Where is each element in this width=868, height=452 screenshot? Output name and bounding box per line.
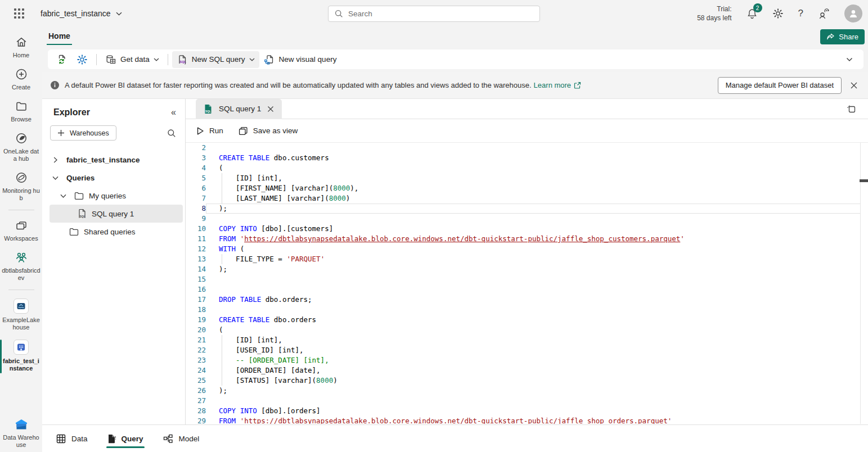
code-line[interactable]: 15: [186, 274, 868, 284]
ribbon-tab-home[interactable]: Home: [47, 30, 72, 45]
code-line[interactable]: 25 [STATUS] [varchar](8000): [186, 376, 868, 386]
toolbar-expand-button[interactable]: [846, 57, 853, 62]
get-data-button[interactable]: Get data: [101, 51, 164, 68]
learn-more-link[interactable]: Learn more: [534, 81, 581, 89]
nav-rail: Home Create Browse OneLake data hub Moni…: [0, 27, 42, 452]
add-warehouses-button[interactable]: Warehouses: [50, 125, 116, 141]
folder-icon: [74, 192, 84, 200]
nav-item-monitoring-hub[interactable]: Monitoring hub: [0, 171, 42, 202]
code-line[interactable]: 20(: [186, 325, 868, 335]
copy-button[interactable]: [846, 104, 856, 114]
code-line[interactable]: 2: [186, 143, 868, 153]
code-line[interactable]: 21 [ID] [int],: [186, 335, 868, 345]
nav-item-browse[interactable]: Browse: [0, 100, 42, 123]
code-line[interactable]: 10COPY INTO [dbo].[customers]: [186, 224, 868, 234]
code-text: );: [206, 204, 861, 214]
code-line[interactable]: 11FROM 'https://dbtlabsynapsedatalake.bl…: [186, 234, 868, 244]
tab-data[interactable]: Data: [56, 425, 88, 452]
tree-item-queries[interactable]: Queries: [42, 169, 185, 187]
close-icon: [267, 106, 274, 112]
avatar[interactable]: [844, 4, 862, 22]
line-number: 4: [186, 163, 206, 173]
nav-item-fabric-test-instance[interactable]: fabric_test_instance: [0, 340, 42, 372]
code-line[interactable]: 26);: [186, 386, 868, 396]
sql-editor[interactable]: 23CREATE TABLE dbo.customers4(5 [ID] [in…: [186, 143, 868, 424]
save-as-view-button[interactable]: Save as view: [239, 126, 298, 135]
code-line[interactable]: 3CREATE TABLE dbo.customers: [186, 153, 868, 163]
code-line[interactable]: 4(: [186, 163, 868, 173]
new-visual-query-button[interactable]: New visual query: [259, 51, 341, 68]
team-icon: [14, 251, 29, 264]
line-number: 27: [186, 396, 206, 406]
code-text: [STATUS] [varchar](8000): [206, 376, 861, 386]
new-sql-query-button[interactable]: SQL New SQL query: [172, 51, 259, 68]
tree-item-warehouse[interactable]: fabric_test_instance: [42, 151, 185, 169]
code-line[interactable]: 8);: [186, 204, 868, 214]
nav-item-dbtlabsfabricdev[interactable]: dbtlabsfabricdev: [0, 251, 42, 282]
line-number: 28: [186, 406, 206, 416]
search-icon: [167, 129, 176, 138]
search-input[interactable]: Search: [328, 6, 540, 22]
code-line[interactable]: 17DROP TABLE dbo.orders;: [186, 295, 868, 305]
code-line[interactable]: 18: [186, 305, 868, 315]
nav-item-workspaces[interactable]: Workspaces: [0, 219, 42, 242]
code-line[interactable]: 28COPY INTO [dbo].[orders]: [186, 406, 868, 416]
code-text: [206, 274, 861, 284]
code-line[interactable]: 12WITH (: [186, 244, 868, 254]
code-line[interactable]: 6 [FIRST_NAME] [varchar](8000),: [186, 183, 868, 193]
line-number: 14: [186, 264, 206, 274]
code-text: [206, 214, 861, 224]
editor-overview-ruler: [860, 143, 861, 424]
nav-item-data-warehouse[interactable]: Data Warehouse: [0, 418, 42, 449]
code-line[interactable]: 14);: [186, 264, 868, 274]
code-text: -- [ORDER_DATE] [int],: [206, 355, 861, 365]
banner-close-button[interactable]: [850, 82, 858, 89]
tree-item-shared-queries[interactable]: Shared queries: [42, 223, 185, 241]
code-line[interactable]: 23 -- [ORDER_DATE] [int],: [186, 355, 868, 365]
code-line[interactable]: 13 FILE_TYPE = 'PARQUET': [186, 254, 868, 264]
feedback-button[interactable]: [818, 8, 830, 19]
code-line[interactable]: 9: [186, 214, 868, 224]
line-number: 16: [186, 284, 206, 295]
code-line[interactable]: 27: [186, 396, 868, 406]
nav-item-create[interactable]: Create: [0, 67, 42, 91]
run-button[interactable]: Run: [196, 126, 223, 135]
code-line[interactable]: 7 [LAST_NAME] [varchar](8000): [186, 193, 868, 204]
help-button[interactable]: ?: [798, 8, 803, 19]
line-number: 9: [186, 214, 206, 224]
code-line[interactable]: 24 [ORDER_DATE] [date],: [186, 365, 868, 376]
code-line[interactable]: 16: [186, 284, 868, 295]
nav-item-home[interactable]: Home: [0, 35, 42, 59]
feedback-icon: [818, 8, 830, 19]
nav-item-examplelakehouse[interactable]: ExampleLakehouse: [0, 299, 42, 331]
line-number: 23: [186, 355, 206, 365]
tree-item-my-queries[interactable]: My queries: [42, 187, 185, 205]
explorer-header: Explorer «: [42, 99, 185, 123]
settings-button[interactable]: [772, 8, 784, 19]
document-refresh-icon: [56, 54, 68, 65]
query-settings-button[interactable]: [72, 51, 92, 68]
manage-dataset-button[interactable]: Manage default Power BI dataset: [718, 77, 842, 94]
line-number: 17: [186, 295, 206, 305]
tab-sql-query-1[interactable]: SQL SQL query 1: [196, 99, 282, 119]
tab-query[interactable]: Query: [107, 425, 143, 452]
share-icon: [826, 33, 835, 41]
code-line[interactable]: 22 [USER_ID] [int],: [186, 345, 868, 355]
code-line[interactable]: 29FROM 'https://dbtlabsynapsedatalake.bl…: [186, 416, 868, 424]
explorer-search-button[interactable]: [167, 129, 176, 138]
app-launcher-icon[interactable]: [14, 8, 24, 19]
tree-item-sql-query-1-selected[interactable]: SQL SQL query 1: [50, 205, 183, 223]
share-button[interactable]: Share: [820, 29, 865, 44]
code-line[interactable]: 5 [ID] [int],: [186, 173, 868, 183]
workspace-selector[interactable]: fabric_test_instance: [41, 9, 122, 18]
tab-close-button[interactable]: [267, 106, 274, 112]
tab-model[interactable]: Model: [163, 425, 200, 452]
lakehouse-badge: [14, 299, 29, 314]
line-number: 2: [186, 143, 206, 153]
refresh-button[interactable]: [52, 51, 72, 68]
code-line[interactable]: 19CREATE TABLE dbo.orders: [186, 315, 868, 325]
collapse-panel-button[interactable]: «: [171, 107, 176, 117]
notifications-button[interactable]: 2: [746, 8, 758, 19]
plus-icon: [57, 129, 65, 137]
nav-item-onelake-data-hub[interactable]: OneLake data hub: [0, 132, 42, 162]
